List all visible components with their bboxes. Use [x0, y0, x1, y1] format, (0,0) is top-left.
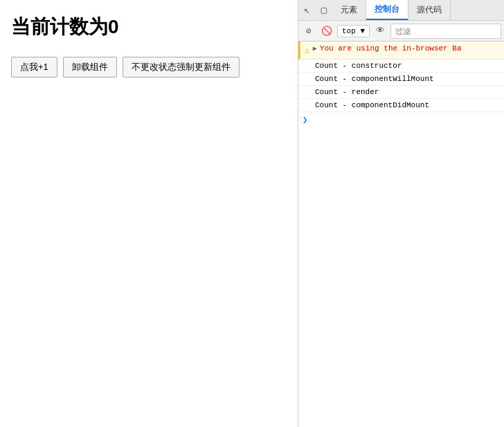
cursor-icon[interactable]: ↖ — [298, 0, 315, 20]
tab-console[interactable]: 控制台 — [366, 0, 408, 20]
log-entry-0: Count - constructor — [298, 60, 504, 73]
tab-elements[interactable]: 元素 — [332, 0, 366, 20]
log-entry-3: Count - componentDidMount — [298, 99, 504, 112]
page-title: 当前计数为0 — [11, 14, 287, 40]
context-selector[interactable]: top ▼ — [337, 25, 370, 37]
increment-button[interactable]: 点我+1 — [11, 57, 57, 78]
block-icon[interactable]: 🚫 — [319, 24, 334, 39]
filter-input[interactable] — [390, 24, 501, 39]
log-entry-2: Count - render — [298, 86, 504, 99]
eye-icon[interactable]: 👁 — [372, 24, 388, 39]
devtools-tabs-bar: ↖ ▢ 元素 控制台 源代码 — [298, 0, 504, 21]
button-row: 点我+1 卸载组件 不更改状态强制更新组件 — [11, 57, 287, 78]
tab-sources[interactable]: 源代码 — [408, 0, 451, 20]
log-entry-1: Count - componentWillMount — [298, 73, 504, 86]
console-input-row: ❯ — [298, 112, 504, 128]
warning-text: You are using the in-browser Ba — [320, 44, 462, 53]
clear-console-icon[interactable]: ⊘ — [301, 24, 316, 39]
unmount-button[interactable]: 卸载组件 — [63, 57, 117, 78]
devtools-panel: ↖ ▢ 元素 控制台 源代码 ⊘ 🚫 top ▼ 👁 ⚠ ▶ You are u… — [298, 0, 504, 427]
left-panel: 当前计数为0 点我+1 卸载组件 不更改状态强制更新组件 — [0, 0, 298, 427]
console-chevron-icon: ❯ — [303, 115, 307, 125]
warning-expand-icon[interactable]: ▶ — [313, 44, 317, 53]
warning-row: ⚠ ▶ You are using the in-browser Ba — [298, 42, 504, 60]
console-content: ⚠ ▶ You are using the in-browser Ba Coun… — [298, 42, 504, 427]
console-toolbar: ⊘ 🚫 top ▼ 👁 — [298, 21, 504, 42]
force-update-button[interactable]: 不更改状态强制更新组件 — [123, 57, 240, 78]
device-icon[interactable]: ▢ — [315, 0, 332, 20]
warning-icon: ⚠ — [305, 45, 310, 56]
